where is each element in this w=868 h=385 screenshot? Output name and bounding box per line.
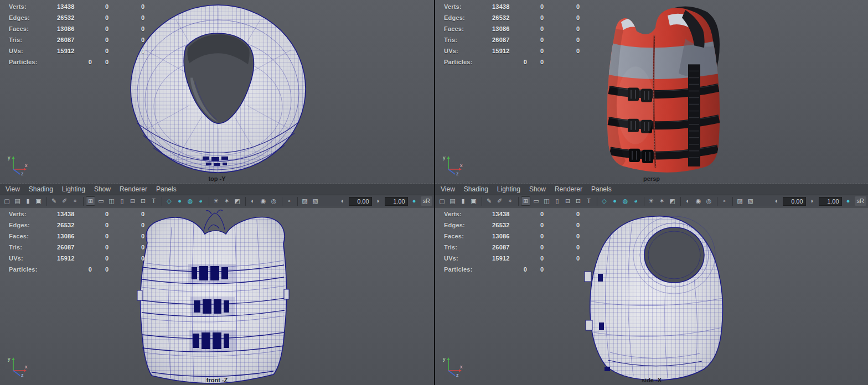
life-vest-persp[interactable] <box>607 7 721 173</box>
textured-mode-icon[interactable]: ◕ <box>631 196 640 206</box>
wireframe-mode-icon[interactable]: ◇ <box>600 196 609 206</box>
hud-row: Faces:1308600 <box>444 231 598 242</box>
image-plane-icon[interactable]: ▣ <box>469 196 478 206</box>
all-lights-icon[interactable]: ✶ <box>657 196 666 206</box>
safe-title-icon[interactable]: T <box>584 196 593 206</box>
hud-label: Faces: <box>9 25 57 32</box>
hud-row: Verts:1343800 <box>9 1 163 12</box>
textured-mode-icon[interactable]: ◕ <box>196 196 205 206</box>
menu-renderer[interactable]: Renderer <box>550 184 587 195</box>
shadows-icon[interactable]: ◩ <box>232 196 242 206</box>
snap-view-icon[interactable]: ⌖ <box>70 196 80 206</box>
grid-icon[interactable]: ⊞ <box>86 196 95 206</box>
menu-view[interactable]: View <box>1 184 24 195</box>
toolbar-separator <box>730 197 733 206</box>
safe-action-icon[interactable]: ⊡ <box>574 196 583 206</box>
field-chart-icon[interactable]: ⊟ <box>563 196 572 206</box>
hud-value: 13086 <box>57 25 105 32</box>
grease-pencil-icon[interactable]: ✐ <box>60 196 69 206</box>
life-vest-side[interactable] <box>585 216 723 381</box>
wireframe-on-shaded-icon[interactable]: ◍ <box>621 196 630 206</box>
default-lighting-icon[interactable]: ☀ <box>211 196 221 206</box>
2d-pan-zoom-icon[interactable]: ✎ <box>484 196 494 206</box>
occlusion-icon[interactable]: ◐ <box>683 196 693 206</box>
exposure-icon[interactable]: ◖ <box>338 196 347 206</box>
select-camera-icon[interactable]: ▢ <box>2 196 12 206</box>
color-management-icon[interactable]: ● <box>844 196 853 206</box>
safe-title-icon[interactable]: T <box>149 196 158 206</box>
menu-view[interactable]: View <box>436 184 459 195</box>
grease-pencil-icon[interactable]: ✐ <box>495 196 504 206</box>
panel-chrome-side: ViewShadingLightingShowRendererPanels ▢▤… <box>435 184 868 207</box>
hud-value: 26087 <box>492 37 540 43</box>
anti-alias-icon[interactable]: ◎ <box>704 196 714 206</box>
menu-shading[interactable]: Shading <box>459 184 493 195</box>
hud-label: Verts: <box>444 211 492 217</box>
viewport-side[interactable]: Verts:1343800Edges:2653200Faces:1308600T… <box>435 207 868 385</box>
gate-mask-icon[interactable]: ▯ <box>117 196 127 206</box>
hud-label: Particles: <box>9 266 57 273</box>
hud-value: 0 <box>576 37 598 43</box>
hud-value: 0 <box>576 211 598 217</box>
gate-mask-icon[interactable]: ▯ <box>552 196 562 206</box>
shadows-icon[interactable]: ◩ <box>668 196 677 206</box>
isolate-select-icon[interactable]: ▫ <box>285 196 294 206</box>
xray-joints-icon[interactable]: ▧ <box>746 196 755 206</box>
menu-panels[interactable]: Panels <box>152 184 181 195</box>
hud-value: 0 <box>105 3 141 10</box>
exposure-field[interactable]: 0.00 <box>783 197 806 206</box>
camera-attributes-icon[interactable]: ▤ <box>448 196 457 206</box>
camera-attributes-icon[interactable]: ▤ <box>13 196 22 206</box>
menu-lighting[interactable]: Lighting <box>493 184 525 195</box>
xray-icon[interactable]: ▨ <box>300 196 309 206</box>
smooth-shade-icon[interactable]: ● <box>610 196 619 206</box>
smooth-shade-icon[interactable]: ● <box>175 196 184 206</box>
bookmark-icon[interactable]: ▮ <box>23 196 33 206</box>
exposure-icon[interactable]: ◖ <box>772 196 781 206</box>
viewport-top[interactable]: Verts:1343800Edges:2653200Faces:1308600T… <box>0 0 434 184</box>
motion-blur-icon[interactable]: ◉ <box>259 196 268 206</box>
anti-alias-icon[interactable]: ◎ <box>269 196 278 206</box>
srgb-gamma-button[interactable]: sR <box>421 196 432 206</box>
gamma-icon[interactable]: ◗ <box>374 196 383 206</box>
hud-label: UVs: <box>444 48 492 54</box>
all-lights-icon[interactable]: ✶ <box>222 196 231 206</box>
toolbar-separator <box>280 197 282 206</box>
menu-renderer[interactable]: Renderer <box>115 184 152 195</box>
field-chart-icon[interactable]: ⊟ <box>128 196 137 206</box>
menu-lighting[interactable]: Lighting <box>58 184 90 195</box>
menu-panels[interactable]: Panels <box>587 184 616 195</box>
resolution-gate-icon[interactable]: ◫ <box>542 196 551 206</box>
toolbar-separator <box>44 197 47 206</box>
viewport-persp[interactable]: Verts:1343800Edges:2653200Faces:1308600T… <box>435 0 868 184</box>
bookmark-icon[interactable]: ▮ <box>458 196 468 206</box>
exposure-field[interactable]: 0.00 <box>349 197 372 206</box>
grid-icon[interactable]: ⊞ <box>521 196 530 206</box>
menu-show[interactable]: Show <box>525 184 550 195</box>
safe-action-icon[interactable]: ⊡ <box>138 196 148 206</box>
xray-joints-icon[interactable]: ▧ <box>311 196 320 206</box>
resolution-gate-icon[interactable]: ◫ <box>107 196 116 206</box>
2d-pan-zoom-icon[interactable]: ✎ <box>49 196 59 206</box>
select-camera-icon[interactable]: ▢ <box>437 196 447 206</box>
isolate-select-icon[interactable]: ▫ <box>720 196 729 206</box>
film-gate-icon[interactable]: ▭ <box>531 196 541 206</box>
menu-shading[interactable]: Shading <box>24 184 58 195</box>
hud-value: 13438 <box>492 3 540 10</box>
srgb-gamma-button[interactable]: sR <box>855 196 866 206</box>
menu-show[interactable]: Show <box>90 184 115 195</box>
wireframe-mode-icon[interactable]: ◇ <box>164 196 174 206</box>
xray-icon[interactable]: ▨ <box>735 196 745 206</box>
snap-view-icon[interactable]: ⌖ <box>505 196 515 206</box>
viewport-front[interactable]: Verts:1343800Edges:2653200Faces:1308600T… <box>0 207 434 385</box>
motion-blur-icon[interactable]: ◉ <box>694 196 703 206</box>
film-gate-icon[interactable]: ▭ <box>96 196 106 206</box>
gamma-field[interactable]: 1.00 <box>385 197 408 206</box>
gamma-field[interactable]: 1.00 <box>819 197 842 206</box>
color-management-icon[interactable]: ● <box>410 196 419 206</box>
gamma-icon[interactable]: ◗ <box>808 196 817 206</box>
wireframe-on-shaded-icon[interactable]: ◍ <box>185 196 195 206</box>
default-lighting-icon[interactable]: ☀ <box>647 196 656 206</box>
image-plane-icon[interactable]: ▣ <box>34 196 43 206</box>
occlusion-icon[interactable]: ◐ <box>248 196 257 206</box>
